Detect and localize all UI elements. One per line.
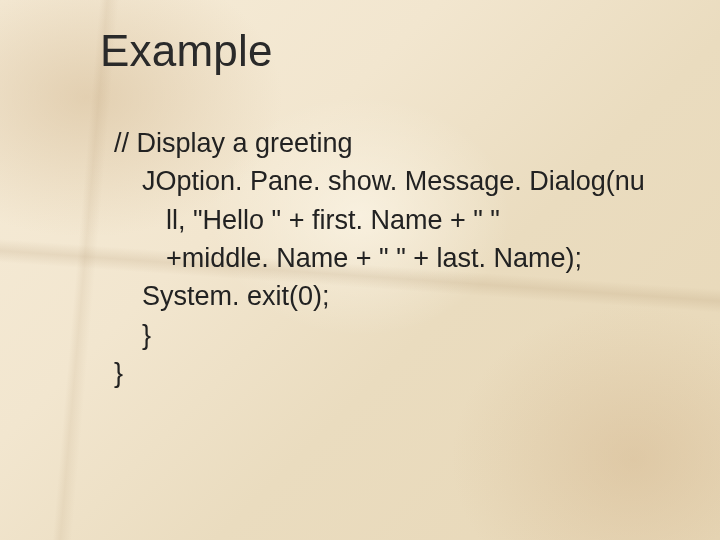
code-line-brace: }: [114, 316, 664, 354]
code-block: // Display a greeting JOption. Pane. sho…: [100, 124, 664, 392]
code-line: System. exit(0);: [114, 277, 664, 315]
code-line-comment: // Display a greeting: [114, 124, 664, 162]
slide-title: Example: [100, 26, 664, 76]
code-line: ll, "Hello " + first. Name + " ": [114, 201, 664, 239]
code-line: +middle. Name + " " + last. Name);: [114, 239, 664, 277]
code-line: JOption. Pane. show. Message. Dialog(nu: [114, 162, 664, 200]
slide: Example // Display a greeting JOption. P…: [0, 0, 720, 432]
code-line-brace: }: [114, 354, 664, 392]
